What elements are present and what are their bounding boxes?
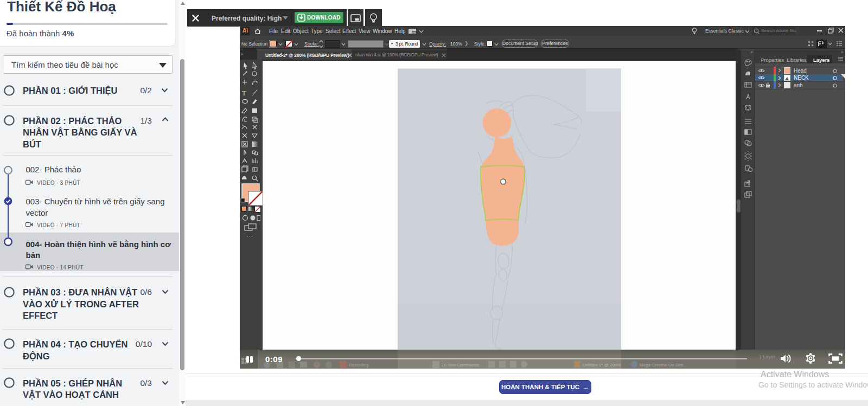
svg-text:T: T bbox=[242, 89, 246, 97]
